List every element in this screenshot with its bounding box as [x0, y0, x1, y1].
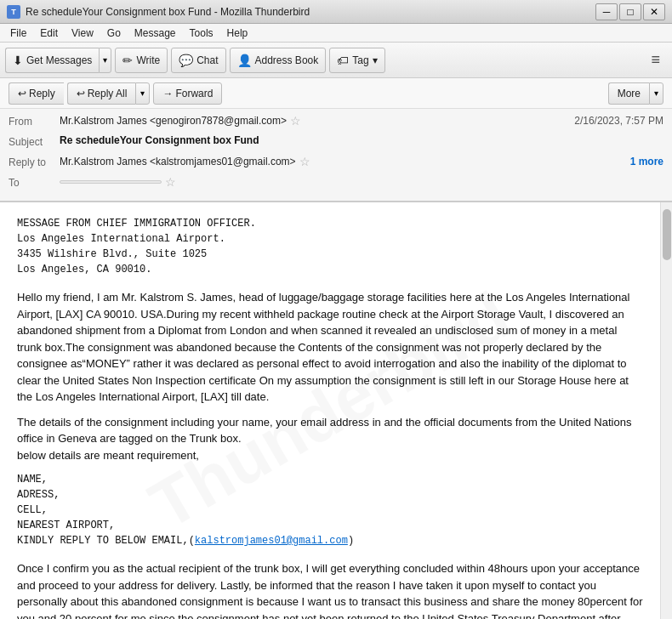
- tag-icon: 🏷: [337, 54, 349, 67]
- get-messages-icon: ⬇: [13, 54, 23, 67]
- body-paragraph-3: The details of the consignment including…: [17, 414, 643, 464]
- tag-label: Tag: [352, 54, 368, 66]
- body-paragraph-2: Hello my friend, I am Mr. Kalstrom S. Ja…: [17, 289, 643, 406]
- to-field: [60, 180, 162, 184]
- scrollbar-thumb[interactable]: [663, 209, 671, 260]
- address-book-icon: 👤: [237, 54, 252, 67]
- menu-view[interactable]: View: [65, 26, 100, 41]
- reply-label: Reply: [29, 88, 55, 99]
- email-body: Thunderbird MESSAGE FROM CHIEF IMMIGRATI…: [0, 202, 660, 619]
- more-recipients[interactable]: 1 more: [630, 156, 663, 168]
- get-messages-dropdown[interactable]: ▾: [99, 48, 111, 73]
- hamburger-menu-button[interactable]: ≡: [644, 48, 667, 72]
- reply-button[interactable]: ↩ Reply: [9, 82, 64, 105]
- chat-label: Chat: [196, 54, 218, 66]
- body-paragraph-4-end: ): [348, 535, 354, 547]
- subject-label: Subject: [9, 134, 60, 148]
- app-icon: T: [7, 5, 20, 19]
- body-paragraph-1: MESSAGE FROM CHIEF IMMIGRATION OFFICER. …: [17, 216, 643, 277]
- more-group: More ▾: [608, 82, 663, 105]
- address-book-label: Address Book: [255, 54, 319, 66]
- email-link[interactable]: kalstromjames01@gmail.com: [195, 535, 348, 547]
- maximize-button[interactable]: □: [619, 3, 641, 20]
- more-dropdown[interactable]: ▾: [649, 82, 663, 105]
- menu-go[interactable]: Go: [100, 26, 128, 41]
- menu-edit[interactable]: Edit: [33, 26, 65, 41]
- main-content: ↩ Reply ↩ Reply All ▾ → Forward More ▾ F…: [0, 78, 672, 619]
- reply-to-star-icon[interactable]: ☆: [299, 155, 310, 168]
- menu-help[interactable]: Help: [220, 26, 255, 41]
- menu-tools[interactable]: Tools: [183, 26, 220, 41]
- write-icon: ✏: [122, 54, 133, 67]
- more-label: More: [618, 88, 641, 99]
- forward-icon: →: [162, 88, 173, 99]
- reply-group: ↩ Reply: [9, 82, 64, 105]
- from-star-icon[interactable]: ☆: [290, 114, 301, 128]
- reply-to-label: Reply to: [9, 155, 60, 168]
- window-controls: ─ □ ✕: [595, 3, 665, 20]
- subject-value-wrap: Re scheduleYour Consignment box Fund: [60, 134, 663, 146]
- menu-message[interactable]: Message: [128, 26, 183, 41]
- tag-dropdown-arrow: ▾: [373, 54, 378, 66]
- from-label: From: [9, 114, 60, 128]
- forward-button[interactable]: → Forward: [153, 82, 222, 105]
- toolbar: ⬇ Get Messages ▾ ✏ Write 💬 Chat 👤 Addres…: [0, 43, 672, 78]
- menu-bar: File Edit View Go Message Tools Help: [0, 24, 672, 43]
- close-button[interactable]: ✕: [643, 3, 665, 20]
- body-paragraph-5: Once I confirm you as the actual recipie…: [17, 560, 643, 619]
- reply-to-name: Mr.Kalstrom James <kalstromjames01@gmail…: [60, 156, 296, 168]
- forward-label: Forward: [175, 88, 213, 99]
- scrollbar[interactable]: [660, 202, 672, 619]
- more-button[interactable]: More: [608, 82, 649, 105]
- to-value: ☆: [60, 175, 663, 189]
- get-messages-group: ⬇ Get Messages ▾: [5, 48, 111, 73]
- reply-all-group: ↩ Reply All ▾: [67, 82, 151, 105]
- write-button[interactable]: ✏ Write: [115, 48, 168, 73]
- reply-icon: ↩: [18, 88, 26, 99]
- title-bar: T Re scheduleYour Consignment box Fund -…: [0, 0, 672, 24]
- minimize-button[interactable]: ─: [595, 3, 618, 20]
- body-paragraph-4-wrap: NAME, ADRESS, CELL, NEAREST AIRPORT, KIN…: [17, 472, 643, 548]
- reply-all-dropdown[interactable]: ▾: [135, 82, 150, 105]
- reply-all-icon: ↩: [77, 88, 85, 99]
- reply-all-button[interactable]: ↩ Reply All: [67, 82, 136, 105]
- from-name: Mr.Kalstrom James <genogiron7878@gmail.c…: [60, 115, 287, 127]
- window-title: Re scheduleYour Consignment box Fund - M…: [26, 6, 595, 18]
- to-label: To: [9, 175, 60, 189]
- address-book-button[interactable]: 👤 Address Book: [230, 48, 327, 73]
- body-paragraph-4-mono: NAME, ADRESS, CELL, NEAREST AIRPORT, KIN…: [17, 474, 195, 547]
- email-date: 2/16/2023, 7:57 PM: [574, 115, 663, 127]
- menu-file[interactable]: File: [3, 26, 33, 41]
- get-messages-button[interactable]: ⬇ Get Messages: [5, 48, 99, 73]
- get-messages-label: Get Messages: [26, 54, 92, 66]
- chat-button[interactable]: 💬 Chat: [171, 48, 225, 73]
- email-header: From Mr.Kalstrom James <genogiron7878@gm…: [0, 109, 672, 202]
- email-body-wrapper: Thunderbird MESSAGE FROM CHIEF IMMIGRATI…: [0, 202, 672, 619]
- chat-icon: 💬: [179, 54, 193, 67]
- tag-button[interactable]: 🏷 Tag ▾: [329, 48, 384, 73]
- reply-to-row: Reply to Mr.Kalstrom James <kalstromjame…: [9, 155, 663, 173]
- subject-text: Re scheduleYour Consignment box Fund: [60, 134, 259, 146]
- reply-to-value: Mr.Kalstrom James <kalstromjames01@gmail…: [60, 155, 663, 168]
- from-value: Mr.Kalstrom James <genogiron7878@gmail.c…: [60, 114, 663, 128]
- to-star-icon[interactable]: ☆: [165, 175, 176, 189]
- subject-row: Subject Re scheduleYour Consignment box …: [9, 134, 663, 153]
- write-label: Write: [136, 54, 160, 66]
- from-row: From Mr.Kalstrom James <genogiron7878@gm…: [9, 114, 663, 133]
- action-bar: ↩ Reply ↩ Reply All ▾ → Forward More ▾: [0, 78, 672, 109]
- to-row: To ☆: [9, 175, 663, 194]
- reply-all-label: Reply All: [88, 88, 128, 99]
